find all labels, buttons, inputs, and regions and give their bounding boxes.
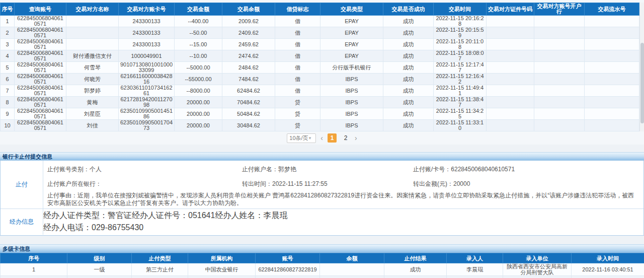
table-cell: 借 [275,62,320,74]
table-cell: 10 [1,120,15,131]
table-row: 66228450068040610571何晓芳62166116000038428… [1,74,639,85]
table-cell: 中国农业银行 [188,263,256,276]
table-cell: 8 [1,97,15,108]
table-cell [66,27,119,39]
column-header: 录入单位 [503,253,572,263]
stop-payment-box: 止付 止付账号类别：个人 止付账户名：郭梦艳 止付账/卡号：6228450068… [0,161,644,236]
table-cell: 6228450068040610571 [15,62,66,74]
table-cell: 2 [1,276,67,278]
table-cell: --5000.00 [175,62,222,74]
vertical-scrollbar[interactable] [639,3,644,131]
table-cell: 9010713080100100033099 [119,62,175,74]
table-row: 86228450068040610571黄梅621728194200112709… [1,97,639,108]
table-cell: 李晨琨 [447,276,503,278]
table-cell: 成功 [383,85,434,97]
table-cell [66,39,119,50]
column-header: 交易类型 [320,3,383,16]
table-cell: 2022-11-16 08:41:56 [572,276,644,278]
table-cell: 贷 [275,120,320,131]
table-cell [534,39,585,50]
table-cell: 6228450068040610571 [15,27,66,39]
table-cell: 2022-11-15 12:16:42 [434,74,487,85]
prev-page-button[interactable]: ‹ [320,134,323,142]
table-cell: 70484.62 [222,97,275,108]
table-cell [534,74,585,85]
table-cell: 6228450068040610571 [15,108,66,120]
table-cell: 6228450068040610571 [15,85,66,97]
multilevel-section-title: 多级卡信息 [0,244,644,253]
pagination: 10条/页 ▾ ‹ 1 2 › [0,131,644,145]
page-size-select[interactable]: 10条/页 ▾ [287,133,316,143]
table-cell: 2022-11-15 18:08:07 [434,50,487,62]
table-cell: 2022-11-15 20:11:08 [434,39,487,50]
table-cell: 2459.62 [222,39,275,50]
table-cell: IBPS [320,120,383,131]
table-row: 2二级第三方止付6235010990500170473成功李晨琨2022-11-… [1,276,644,278]
table-cell [66,16,119,27]
table-cell: 成功 [383,108,434,120]
field-handler-phone: 经办人电话：029-86755430 [43,223,143,233]
table-cell: 6228450068040610571 [15,50,66,62]
table-cell [487,50,534,62]
table-cell: 第三方止付 [132,276,188,278]
table-cell: 借 [275,39,320,50]
table-row: 56228450068040610571何雪琴90107130801001000… [1,62,639,74]
table-cell: 成功 [383,62,434,74]
next-page-button[interactable]: › [355,134,357,142]
table-cell [585,39,639,50]
table-cell: 20000.00 [175,97,222,108]
column-header: 交易流水号 [585,3,639,16]
transactions-header-row: 序号查询账号交易对方名称交易对方账卡号交易金额交易余额借贷标志交易类型交易是否成… [1,3,639,16]
table-cell: 6 [1,74,15,85]
table-cell [585,85,639,97]
table-cell: EPAY [320,16,383,27]
table-cell: 成功 [384,276,447,278]
table-cell: EPAY [320,27,383,39]
page-size-label: 10条/页 [289,134,308,142]
table-cell: 借 [275,16,320,27]
table-cell [487,16,534,27]
table-cell [487,62,534,74]
table-cell: 6228450068040610571 [15,97,66,108]
column-header: 账号 [256,253,320,263]
table-cell [487,27,534,39]
table-cell [487,108,534,120]
table-cell [188,276,256,278]
table-cell: 62484.62 [222,85,275,97]
table-cell: 2484.62 [222,62,275,74]
page-button-2[interactable]: 2 [341,133,350,143]
table-cell: 30484.62 [222,120,275,131]
table-cell: 3 [1,39,15,50]
column-header: 录入人 [447,253,503,263]
table-cell: 二级 [67,276,132,278]
table-cell [534,16,585,27]
table-cell: 成功 [384,263,447,276]
table-cell: 成功 [383,39,434,50]
table-cell: 6228412860827322819 [256,263,320,276]
table-cell: 2474.62 [222,50,275,62]
table-cell: 6235010990500145186 [119,108,175,120]
table-cell [534,120,585,131]
table-row: 96228450068040610571刘星臣62350109905001451… [1,108,639,120]
column-header: 交易对方名称 [66,3,119,16]
column-header: 借贷标志 [275,3,320,16]
table-cell [534,62,585,74]
handler-group-label: 经办信息 [1,209,43,235]
table-cell [534,50,585,62]
table-cell: --50.00 [175,27,222,39]
table-cell [487,85,534,97]
table-cell [585,120,639,131]
stop-payment-group-label: 止付 [1,161,43,208]
table-cell: EPAY [320,50,383,62]
table-cell: 分行版手机银行 [320,62,383,74]
scrollbar-thumb[interactable] [640,43,644,123]
table-cell [534,108,585,120]
table-cell: 成功 [383,120,434,131]
table-cell: 刘星臣 [66,108,119,120]
page-button-1[interactable]: 1 [328,133,337,143]
table-cell: 一级 [67,263,132,276]
table-cell: 贷 [275,108,320,120]
column-header: 序号 [1,3,15,16]
table-cell [585,108,639,120]
table-cell: 20000.00 [175,120,222,131]
